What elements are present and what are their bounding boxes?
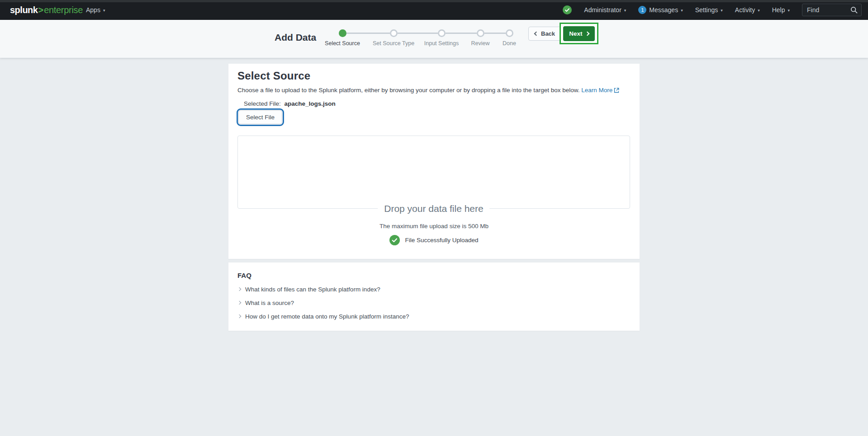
system-status-icon[interactable] [563, 5, 572, 14]
activity-menu-label: Activity [735, 6, 755, 14]
upload-status-row: File Successfully Uploaded [228, 234, 640, 245]
next-button-label: Next [569, 30, 582, 37]
file-drop-zone[interactable]: Drop your data file here [237, 136, 630, 209]
next-button-highlight-frame: Next [560, 23, 598, 44]
faq-item-label: What kinds of files can the Splunk platf… [245, 286, 380, 293]
select-file-button[interactable]: Select File [238, 110, 282, 124]
chevron-right-icon [237, 287, 241, 291]
step-dot-select-source [339, 29, 346, 37]
chevron-right-icon [585, 31, 589, 36]
wizard-header: Add Data Select Source Set Source Type I… [0, 20, 868, 58]
check-icon [563, 5, 572, 14]
help-menu-label: Help [772, 6, 785, 14]
faq-item-file-kinds[interactable]: What kinds of files can the Splunk platf… [238, 286, 380, 293]
success-check-icon [389, 235, 400, 245]
settings-menu-label: Settings [695, 6, 718, 14]
step-label-review: Review [471, 40, 490, 47]
step-dot-input-settings [438, 29, 446, 37]
faq-item-what-is-source[interactable]: What is a source? [238, 300, 294, 306]
settings-menu[interactable]: Settings ▾ [695, 0, 723, 20]
upload-status-text: File Successfully Uploaded [405, 237, 478, 244]
messages-menu[interactable]: 1 Messages ▾ [638, 0, 683, 20]
back-button[interactable]: Back [528, 27, 561, 41]
caret-down-icon: ▾ [758, 8, 760, 13]
step-label-input-settings: Input Settings [424, 40, 459, 47]
user-menu-label: Administrator [584, 6, 621, 14]
step-connector [446, 33, 477, 34]
page-title: Select Source [237, 70, 310, 82]
drop-zone-label: Drop your data file here [378, 203, 489, 214]
step-connector [398, 33, 438, 34]
activity-menu[interactable]: Activity ▾ [735, 0, 760, 20]
select-source-panel: Select Source Choose a file to upload to… [228, 64, 640, 259]
help-menu[interactable]: Help ▾ [772, 0, 790, 20]
step-label-set-source-type: Set Source Type [373, 40, 414, 47]
back-button-label: Back [541, 30, 555, 37]
user-menu[interactable]: Administrator ▾ [584, 0, 626, 20]
step-connector [484, 33, 506, 34]
faq-item-remote-data[interactable]: How do I get remote data onto my Splunk … [238, 313, 409, 320]
step-dot-done [506, 29, 513, 37]
chevron-right-icon [237, 314, 241, 318]
next-button[interactable]: Next [563, 26, 595, 41]
faq-panel: FAQ What kinds of files can the Splunk p… [228, 263, 640, 331]
selected-file-line: Selected File: apache_logs.json [244, 100, 336, 107]
learn-more-link[interactable]: Learn More [581, 87, 619, 94]
apps-menu-label: Apps [86, 6, 100, 14]
chevron-left-icon [534, 32, 539, 36]
step-label-select-source: Select Source [325, 40, 360, 47]
messages-menu-label: Messages [649, 6, 678, 14]
step-dot-review [477, 29, 484, 37]
learn-more-label: Learn More [581, 87, 612, 94]
chevron-right-icon [237, 300, 241, 304]
caret-down-icon: ▾ [787, 8, 790, 13]
page-description: Choose a file to upload to the Splunk pl… [237, 87, 619, 94]
apps-menu[interactable]: Apps ▾ [86, 0, 105, 20]
selected-file-name: apache_logs.json [285, 100, 336, 107]
step-connector [346, 33, 390, 34]
top-nav: splunk > enterprise Apps ▾ Administrator… [0, 0, 868, 20]
search-icon[interactable] [850, 6, 858, 14]
logo-gt: > [38, 5, 43, 15]
description-text: Choose a file to upload to the Splunk pl… [237, 87, 579, 94]
wizard-title: Add Data [275, 32, 316, 43]
selected-file-label: Selected File: [244, 100, 281, 107]
faq-item-label: What is a source? [245, 300, 294, 306]
max-upload-size-text: The maximum file upload size is 500 Mb [228, 223, 640, 230]
logo-brand: splunk [10, 5, 38, 15]
caret-down-icon: ▾ [624, 8, 626, 13]
caret-down-icon: ▾ [681, 8, 683, 13]
step-dot-set-source-type [390, 29, 398, 37]
logo-product: enterprise [44, 5, 83, 15]
messages-count-badge: 1 [638, 6, 646, 14]
caret-down-icon: ▾ [103, 8, 105, 13]
find-input[interactable] [807, 6, 850, 14]
external-link-icon [614, 88, 619, 94]
faq-heading: FAQ [237, 272, 251, 279]
caret-down-icon: ▾ [721, 8, 723, 13]
faq-item-label: How do I get remote data onto my Splunk … [245, 313, 409, 320]
find-search-box[interactable] [802, 4, 862, 16]
splunk-logo[interactable]: splunk > enterprise [10, 0, 83, 20]
step-label-done: Done [503, 40, 516, 47]
